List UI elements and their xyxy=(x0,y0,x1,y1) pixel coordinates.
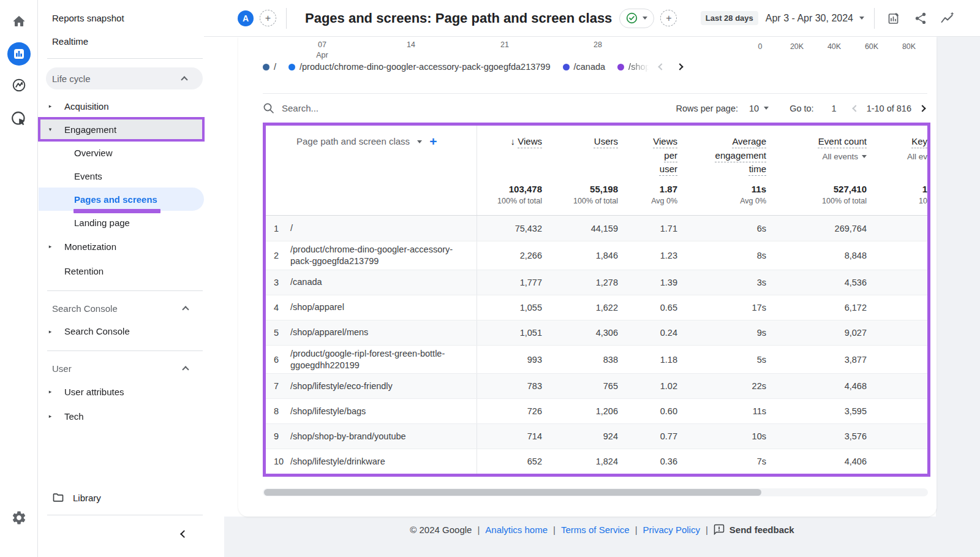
row-number: 2 xyxy=(266,251,290,260)
sidebar-item-reports-snapshot[interactable]: Reports snapshot xyxy=(39,6,204,29)
search-input[interactable] xyxy=(282,103,676,113)
expand-right-icon: ▸ xyxy=(47,388,54,395)
add-dimension-button[interactable]: + xyxy=(429,136,437,147)
pagination-range: 1-10 of 816 xyxy=(867,104,911,113)
share-icon[interactable] xyxy=(914,12,927,25)
explore-icon[interactable] xyxy=(11,77,27,96)
sidebar-item-events[interactable]: Events xyxy=(39,164,204,188)
sidebar-item-tech[interactable]: ▸ Tech xyxy=(39,404,204,428)
analytics-home-link[interactable]: Analytics home xyxy=(485,525,548,535)
date-range-selector[interactable]: Apr 3 - Apr 30, 2024 xyxy=(766,13,853,24)
sort-descending-icon: ↓ xyxy=(511,136,518,146)
sidebar-item-search-console[interactable]: ▸ Search Console xyxy=(39,319,204,343)
event-count-value: 8,848 xyxy=(766,241,867,270)
table-row[interactable]: 4 /shop/apparel 1,055 1,622 0.65 17s 6,1… xyxy=(266,295,927,320)
comparison-avatar[interactable]: A xyxy=(238,10,254,26)
settings-icon[interactable] xyxy=(11,510,27,528)
page-path: / xyxy=(290,220,307,237)
divider xyxy=(47,515,203,515)
avg-engagement-time-value: 22s xyxy=(677,374,766,398)
terms-of-service-link[interactable]: Terms of Service xyxy=(561,525,630,535)
table-row[interactable]: 7 /shop/lifestyle/eco-friendly 783 765 1… xyxy=(266,373,927,398)
sidebar-item-landing-page[interactable]: Landing page xyxy=(39,211,204,234)
table-row[interactable]: 6 /product/google-ripl-forest-green-bott… xyxy=(266,345,927,374)
section-search-console[interactable]: Search Console xyxy=(39,297,204,319)
legend-chip[interactable]: / xyxy=(263,62,276,72)
table-row[interactable]: 3 /canada 1,777 1,278 1.39 3s 4,536 xyxy=(266,270,927,295)
table-row[interactable]: 5 /shop/apparel/mens 1,051 4,306 0.24 9s… xyxy=(266,320,927,345)
column-event-count[interactable]: Event count All events xyxy=(766,126,867,178)
sidebar-item-pages-and-screens[interactable]: Pages and screens xyxy=(39,188,204,211)
goto-page-input[interactable] xyxy=(824,104,845,113)
avg-engagement-time-value: 7s xyxy=(677,449,766,474)
avg-engagement-time-value: 6s xyxy=(677,216,766,241)
next-page-icon[interactable] xyxy=(919,105,925,112)
expand-right-icon: ▸ xyxy=(47,103,54,109)
column-views-per-user[interactable]: Views per user xyxy=(618,126,677,178)
legend-next-icon[interactable] xyxy=(676,63,683,70)
views-value: 2,266 xyxy=(477,241,542,270)
column-views[interactable]: ↓ Views xyxy=(477,126,542,178)
section-user[interactable]: User xyxy=(39,357,204,379)
horizontal-scrollbar[interactable] xyxy=(263,488,928,496)
chevron-down-icon[interactable] xyxy=(862,155,867,158)
views-per-user-value: 1.18 xyxy=(618,346,677,374)
section-life-cycle[interactable]: Life cycle xyxy=(46,67,203,89)
plot-legend: / /product/chrome-dino-googler-accessory… xyxy=(263,62,927,72)
reports-icon[interactable] xyxy=(7,42,31,66)
advertising-icon[interactable] xyxy=(10,110,28,130)
sidebar-item-library[interactable]: Library xyxy=(39,485,204,510)
sidebar-item-retention[interactable]: Retention xyxy=(39,259,204,283)
chevron-down-icon[interactable] xyxy=(417,140,422,143)
table-row[interactable]: 8 /shop/lifestyle/bags 726 1,206 0.60 11… xyxy=(266,398,927,423)
bar-axis-tick: 40K xyxy=(827,42,841,51)
column-key-events[interactable]: Key All ev xyxy=(867,126,927,178)
views-per-user-value: 1.23 xyxy=(618,241,677,270)
rows-per-page-select[interactable]: 10 xyxy=(749,104,759,113)
table-row[interactable]: 9 /shop/shop-by-brand/youtube 714 924 0.… xyxy=(266,423,927,449)
legend-chip[interactable]: /product/chrome-dino-googler-accessory-p… xyxy=(288,62,550,72)
customize-report-icon[interactable] xyxy=(887,11,902,26)
views-per-user-value: 1.39 xyxy=(618,270,677,295)
divider xyxy=(47,58,203,59)
views-per-user-value: 1.02 xyxy=(618,374,677,398)
report-header: A + Pages and screens: Page path and scr… xyxy=(204,0,980,37)
insights-icon[interactable] xyxy=(940,11,956,26)
expand-right-icon: ▸ xyxy=(47,413,54,419)
column-avg-engagement-time[interactable]: Average engagement time xyxy=(677,126,766,178)
users-value: 1,622 xyxy=(542,295,618,320)
collapse-sidebar-button[interactable] xyxy=(39,520,204,547)
views-per-user-value: 0.24 xyxy=(618,320,677,345)
sidebar-item-overview[interactable]: Overview xyxy=(39,141,204,164)
column-users[interactable]: Users xyxy=(542,126,618,178)
page-path: /shop/lifestyle/eco-friendly xyxy=(290,378,407,395)
table-body: 1 / 75,432 44,159 1.71 6s 269,764 2 /pro… xyxy=(266,215,927,474)
sidebar-item-monetization[interactable]: ▸ Monetization xyxy=(39,234,204,259)
home-icon[interactable] xyxy=(12,14,26,31)
send-feedback-button[interactable]: Send feedback xyxy=(714,524,794,535)
table-row[interactable]: 1 / 75,432 44,159 1.71 6s 269,764 xyxy=(266,216,927,241)
legend-chip[interactable]: /canada xyxy=(563,62,606,72)
sidebar-item-engagement[interactable]: ▾ Engagement xyxy=(39,118,204,141)
privacy-policy-link[interactable]: Privacy Policy xyxy=(643,525,700,535)
chevron-down-icon[interactable] xyxy=(859,17,864,20)
chevron-down-icon[interactable] xyxy=(764,107,769,110)
sidebar-item-realtime[interactable]: Realtime xyxy=(39,29,204,53)
scrollbar-thumb[interactable] xyxy=(264,489,761,496)
sidebar-item-acquisition[interactable]: ▸ Acquisition xyxy=(39,94,204,118)
sidebar-item-user-attributes[interactable]: ▸ User attributes xyxy=(39,379,204,404)
views-value: 1,051 xyxy=(477,320,542,345)
table-row[interactable]: 10 /shop/lifestyle/drinkware 652 1,824 0… xyxy=(266,449,927,474)
key-events-value xyxy=(867,424,927,449)
series-color-dot xyxy=(263,64,270,70)
column-dimension[interactable]: Page path and screen class + xyxy=(266,126,477,178)
legend-chip[interactable]: /shop xyxy=(617,62,650,72)
x-axis-tick: 14 xyxy=(407,40,415,50)
table-row[interactable]: 2 /product/chrome-dino-googler-accessory… xyxy=(266,241,927,270)
users-value: 1,846 xyxy=(542,241,618,270)
row-number: 8 xyxy=(266,406,290,416)
report-status-badge[interactable] xyxy=(619,9,654,28)
views-per-user-value: 1.71 xyxy=(618,216,677,241)
add-comparison-button[interactable]: + xyxy=(260,10,276,26)
add-report-button[interactable]: + xyxy=(660,10,677,26)
